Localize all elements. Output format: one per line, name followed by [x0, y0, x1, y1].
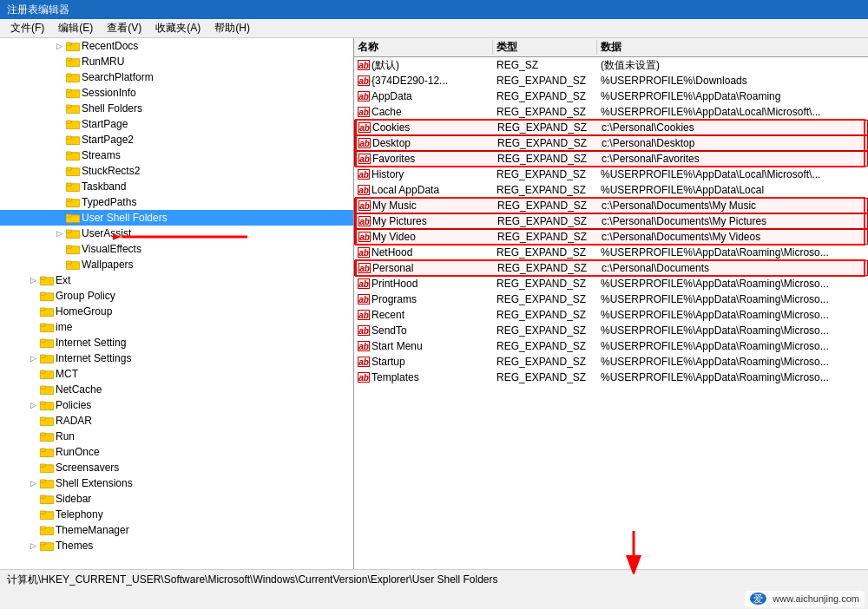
tree-toggle[interactable]	[26, 445, 40, 459]
tree-toggle[interactable]: ▷	[26, 351, 40, 365]
tree-toggle[interactable]	[52, 117, 66, 131]
tree-toggle[interactable]	[26, 383, 40, 396]
menu-file[interactable]: 文件(F)	[3, 19, 51, 37]
tree-toggle[interactable]	[52, 164, 66, 178]
menu-view[interactable]: 查看(V)	[100, 19, 148, 37]
tree-toggle[interactable]	[52, 55, 66, 69]
tree-toggle[interactable]	[52, 180, 66, 193]
table-row[interactable]: ab(默认)REG_SZ(数值未设置)	[354, 57, 868, 73]
tree-toggle[interactable]	[52, 242, 66, 256]
table-row[interactable]: abMy PicturesREG_EXPAND_SZc:\Personal\Do…	[354, 213, 868, 229]
tree-item[interactable]: ▷ Ext	[0, 272, 353, 288]
table-row[interactable]: abLocal AppDataREG_EXPAND_SZ%USERPROFILE…	[354, 182, 868, 198]
tree-toggle[interactable]	[52, 133, 66, 147]
table-row[interactable]: abSendToREG_EXPAND_SZ%USERPROFILE%\AppDa…	[354, 323, 868, 338]
tree-toggle[interactable]	[26, 320, 40, 334]
table-row[interactable]: ab{374DE290-12...REG_EXPAND_SZ%USERPROFI…	[354, 73, 868, 88]
table-row[interactable]: abNetHoodREG_EXPAND_SZ%USERPROFILE%\AppD…	[354, 245, 868, 260]
cell-type: REG_EXPAND_SZ	[494, 215, 598, 227]
tree-item[interactable]: RunMRU	[0, 54, 353, 69]
table-row[interactable]: abRecentREG_EXPAND_SZ%USERPROFILE%\AppDa…	[354, 307, 868, 323]
tree-item[interactable]: Sidebar	[0, 491, 353, 507]
table-row[interactable]: abPersonalREG_EXPAND_SZc:\Personal\Docum…	[354, 260, 868, 276]
tree-item[interactable]: Taskband	[0, 179, 353, 194]
tree-toggle[interactable]	[26, 523, 40, 537]
tree-item[interactable]: SessionInfo	[0, 85, 353, 101]
table-row[interactable]: abHistoryREG_EXPAND_SZ%USERPROFILE%\AppD…	[354, 167, 868, 182]
tree-toggle[interactable]: ▷	[26, 476, 40, 490]
tree-toggle[interactable]	[26, 289, 40, 303]
tree-toggle[interactable]	[52, 70, 66, 84]
table-row[interactable]: abStart MenuREG_EXPAND_SZ%USERPROFILE%\A…	[354, 338, 868, 354]
tree-item[interactable]: Wallpapers	[0, 257, 353, 272]
col-header-data: 数据	[597, 40, 868, 55]
tree-item[interactable]: Run	[0, 429, 353, 444]
tree-item[interactable]: RunOnce	[0, 444, 353, 460]
tree-item[interactable]: ime	[0, 319, 353, 335]
tree-toggle[interactable]	[26, 492, 40, 506]
tree-item[interactable]: Shell Folders	[0, 101, 353, 116]
tree-toggle[interactable]: ▷	[52, 226, 66, 240]
tree-item[interactable]: StartPage2	[0, 132, 353, 147]
tree-toggle[interactable]: ▷	[26, 539, 40, 553]
cell-data: %USERPROFILE%\AppData\Roaming\Microso...	[597, 371, 868, 383]
tree-toggle[interactable]	[52, 86, 66, 100]
menu-edit[interactable]: 编辑(E)	[51, 19, 100, 37]
folder-icon	[40, 523, 54, 537]
table-row[interactable]: abProgramsREG_EXPAND_SZ%USERPROFILE%\App…	[354, 291, 868, 307]
menu-help[interactable]: 帮助(H)	[207, 19, 257, 37]
tree-toggle[interactable]	[26, 429, 40, 443]
tree-toggle[interactable]	[52, 211, 66, 225]
tree-item[interactable]: ▷ UserAssist	[0, 226, 353, 241]
tree-toggle[interactable]	[52, 195, 66, 209]
tree-item[interactable]: Internet Setting	[0, 335, 353, 350]
menu-favorites[interactable]: 收藏夹(A)	[148, 19, 207, 37]
tree-toggle[interactable]	[26, 336, 40, 350]
table-row[interactable]: abTemplatesREG_EXPAND_SZ%USERPROFILE%\Ap…	[354, 370, 868, 385]
tree-item[interactable]: User Shell Folders	[0, 210, 353, 226]
tree-item[interactable]: Screensavers	[0, 460, 353, 475]
tree-toggle[interactable]: ▷	[52, 39, 66, 53]
tree-toggle[interactable]	[52, 258, 66, 272]
tree-item[interactable]: NetCache	[0, 382, 353, 397]
table-row[interactable]: abAppDataREG_EXPAND_SZ%USERPROFILE%\AppD…	[354, 88, 868, 104]
tree-item[interactable]: RADAR	[0, 413, 353, 429]
table-row[interactable]: abCacheREG_EXPAND_SZ%USERPROFILE%\AppDat…	[354, 104, 868, 120]
tree-item[interactable]: ThemeManager	[0, 522, 353, 538]
tree-item[interactable]: SearchPlatform	[0, 69, 353, 85]
tree-toggle[interactable]	[26, 461, 40, 475]
table-row[interactable]: abMy VideoREG_EXPAND_SZc:\Personal\Docum…	[354, 229, 868, 245]
table-row[interactable]: abMy MusicREG_EXPAND_SZc:\Personal\Docum…	[354, 198, 868, 213]
tree-item[interactable]: Telephony	[0, 507, 353, 522]
tree-item[interactable]: HomeGroup	[0, 304, 353, 319]
tree-item[interactable]: VisualEffects	[0, 241, 353, 257]
tree-label: Telephony	[56, 508, 103, 521]
table-row[interactable]: abFavoritesREG_EXPAND_SZc:\Personal\Favo…	[354, 151, 868, 167]
tree-item[interactable]: TypedPaths	[0, 194, 353, 210]
tree-item[interactable]: StuckRects2	[0, 163, 353, 179]
tree-item[interactable]: ▷ Policies	[0, 397, 353, 413]
cell-type: REG_EXPAND_SZ	[494, 121, 598, 134]
table-row[interactable]: abCookiesREG_EXPAND_SZc:\Personal\Cookie…	[354, 120, 868, 135]
tree-item[interactable]: StartPage	[0, 116, 353, 132]
tree-toggle[interactable]	[26, 414, 40, 428]
reg-icon: ab	[358, 122, 371, 133]
tree-toggle[interactable]	[52, 102, 66, 115]
tree-scroll[interactable]: ▷ RecentDocs RunMRU SearchPlatform Sessi…	[0, 38, 353, 569]
table-row[interactable]: abStartupREG_EXPAND_SZ%USERPROFILE%\AppD…	[354, 354, 868, 370]
tree-item[interactable]: ▷ Internet Settings	[0, 350, 353, 366]
tree-item[interactable]: ▷ RecentDocs	[0, 38, 353, 54]
tree-item[interactable]: Group Policy	[0, 288, 353, 304]
tree-toggle[interactable]	[52, 148, 66, 162]
table-row[interactable]: abPrintHoodREG_EXPAND_SZ%USERPROFILE%\Ap…	[354, 276, 868, 291]
tree-item[interactable]: ▷ Themes	[0, 538, 353, 553]
tree-toggle[interactable]	[26, 367, 40, 381]
tree-toggle[interactable]	[26, 508, 40, 521]
tree-toggle[interactable]: ▷	[26, 273, 40, 287]
table-row[interactable]: abDesktopREG_EXPAND_SZc:\Personal\Deskto…	[354, 135, 868, 151]
tree-item[interactable]: ▷ Shell Extensions	[0, 475, 353, 491]
tree-item[interactable]: Streams	[0, 147, 353, 163]
tree-toggle[interactable]: ▷	[26, 398, 40, 412]
tree-toggle[interactable]	[26, 304, 40, 318]
tree-item[interactable]: MCT	[0, 366, 353, 382]
